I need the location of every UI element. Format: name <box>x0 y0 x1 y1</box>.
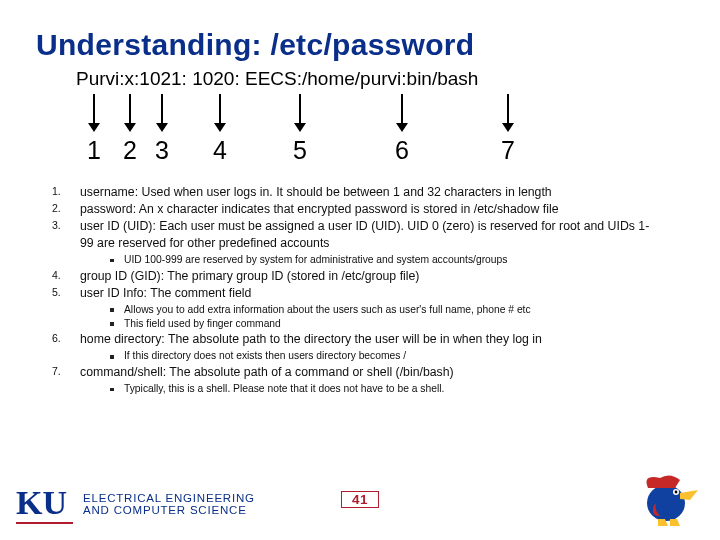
field-item-text: group ID (GID): The primary group ID (st… <box>80 269 419 283</box>
field-subitem: If this directory does not exists then u… <box>110 349 650 363</box>
svg-point-2 <box>675 491 678 494</box>
field-arrow <box>87 94 101 132</box>
field-item: user ID (UID): Each user must be assigne… <box>52 218 650 267</box>
field-label: command/shell <box>80 365 163 379</box>
field-item: user ID Info: The comment fieldAllows yo… <box>52 285 650 331</box>
field-label: password <box>80 202 133 216</box>
field-item-text: username: Used when user logs in. It sho… <box>80 185 552 199</box>
field-desc: : The absolute path of a command or shel… <box>163 365 454 379</box>
field-arrow <box>123 94 137 132</box>
field-subitem: Allows you to add extra information abou… <box>110 303 650 317</box>
arrow-head <box>396 123 408 132</box>
field-number: 5 <box>293 136 307 165</box>
field-number: 1 <box>87 136 101 165</box>
arrow-shaft <box>507 94 509 124</box>
arrow-shaft <box>161 94 163 124</box>
field-desc: : The absolute path to the directory the… <box>161 332 542 346</box>
field-label: home directory <box>80 332 161 346</box>
field-arrow <box>293 94 307 132</box>
field-number: 7 <box>501 136 515 165</box>
ku-mark: KU <box>16 484 73 524</box>
field-number: 3 <box>155 136 169 165</box>
field-subitem: This field used by finger command <box>110 317 650 331</box>
jayhawk-icon <box>640 470 700 528</box>
field-desc: : An x character indicates that encrypte… <box>133 202 559 216</box>
field-item-text: command/shell: The absolute path of a co… <box>80 365 454 379</box>
field-list: username: Used when user logs in. It sho… <box>52 184 650 396</box>
field-sublist: Typically, this is a shell. Please note … <box>110 382 650 396</box>
field-label: user ID Info <box>80 286 144 300</box>
ku-dept-text: ELECTRICAL ENGINEERING AND COMPUTER SCIE… <box>83 492 255 516</box>
field-desc: : Each user must be assigned a user ID (… <box>80 219 649 250</box>
slide-title: Understanding: /etc/password <box>36 28 684 62</box>
field-label: user ID (UID) <box>80 219 152 233</box>
field-label: group ID (GID) <box>80 269 161 283</box>
field-sublist: UID 100-999 are reserved by system for a… <box>110 253 650 267</box>
arrow-head <box>294 123 306 132</box>
field-arrow <box>155 94 169 132</box>
field-sublist: Allows you to add extra information abou… <box>110 303 650 331</box>
passwd-diagram: Purvi:x:1021: 1020: EECS:/home/purvi:bin… <box>76 68 652 176</box>
footer: KU ELECTRICAL ENGINEERING AND COMPUTER S… <box>0 468 720 534</box>
field-sublist: If this directory does not exists then u… <box>110 349 650 363</box>
field-arrow <box>501 94 515 132</box>
field-item-text: password: An x character indicates that … <box>80 202 558 216</box>
field-desc: : The primary group ID (stored in /etc/g… <box>161 269 420 283</box>
field-item: command/shell: The absolute path of a co… <box>52 364 650 396</box>
arrow-head <box>124 123 136 132</box>
field-number: 2 <box>123 136 137 165</box>
field-desc: : Used when user logs in. It should be b… <box>135 185 552 199</box>
field-item: username: Used when user logs in. It sho… <box>52 184 650 201</box>
field-desc: : The comment field <box>144 286 252 300</box>
arrow-shaft <box>401 94 403 124</box>
dept-line-2: AND COMPUTER SCIENCE <box>83 504 255 516</box>
arrow-head <box>156 123 168 132</box>
field-item-text: user ID Info: The comment field <box>80 286 251 300</box>
slide: Understanding: /etc/password Purvi:x:102… <box>0 0 720 540</box>
field-item: home directory: The absolute path to the… <box>52 331 650 363</box>
arrow-shaft <box>299 94 301 124</box>
ku-logo: KU ELECTRICAL ENGINEERING AND COMPUTER S… <box>16 484 255 524</box>
arrow-head <box>502 123 514 132</box>
example-entry: Purvi:x:1021: 1020: EECS:/home/purvi:bin… <box>76 68 478 90</box>
field-arrow <box>213 94 227 132</box>
svg-point-0 <box>647 485 685 521</box>
arrow-shaft <box>129 94 131 124</box>
field-number: 6 <box>395 136 409 165</box>
field-subitem: Typically, this is a shell. Please note … <box>110 382 650 396</box>
dept-line-1: ELECTRICAL ENGINEERING <box>83 492 255 504</box>
field-subitem: UID 100-999 are reserved by system for a… <box>110 253 650 267</box>
arrow-head <box>214 123 226 132</box>
arrow-head <box>88 123 100 132</box>
field-label: username <box>80 185 135 199</box>
field-item-text: user ID (UID): Each user must be assigne… <box>80 219 649 250</box>
arrow-shaft <box>93 94 95 124</box>
page-number: 41 <box>341 491 379 508</box>
field-item-text: home directory: The absolute path to the… <box>80 332 542 346</box>
field-item: password: An x character indicates that … <box>52 201 650 218</box>
field-arrow <box>395 94 409 132</box>
arrow-shaft <box>219 94 221 124</box>
field-number: 4 <box>213 136 227 165</box>
field-item: group ID (GID): The primary group ID (st… <box>52 268 650 285</box>
